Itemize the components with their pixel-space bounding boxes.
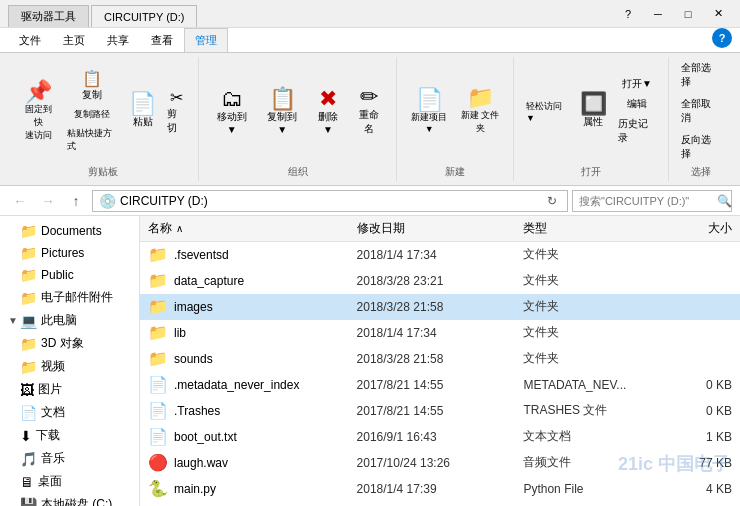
paste-shortcut-button[interactable]: 粘贴快捷方式 [63,125,123,155]
open-label: 打开▼ [622,77,652,91]
search-bar[interactable]: 🔍 [572,190,732,212]
new-item-button[interactable]: 📄 新建项目▼ [405,86,453,137]
ribbon-tab-view[interactable]: 查看 [140,28,184,52]
clipboard-group: 📌 固定到快 速访问 📋 复制 复制路径 粘贴快捷方式 [8,57,199,181]
file-row[interactable]: 📁images 2018/3/28 21:58 文件夹 [140,294,740,320]
sidebar-item-3d[interactable]: 📁 3D 对象 [0,332,139,355]
sidebar-item-email[interactable]: 📁 电子邮件附件 [0,286,139,309]
copy-path-button[interactable]: 复制路径 [63,106,123,123]
title-tabs: 驱动器工具 CIRCUITPY (D:) [8,0,614,27]
sidebar-label: 电子邮件附件 [41,289,113,306]
ribbon-tab-file[interactable]: 文件 [8,28,52,52]
help-button[interactable]: ? [614,4,642,24]
address-text: CIRCUITPY (D:) [120,194,539,208]
sidebar-item-public[interactable]: 📁 Public [0,264,139,286]
delete-icon: ✖ [319,88,337,110]
file-row[interactable]: 📁.fseventsd 2018/1/4 17:34 文件夹 [140,242,740,268]
file-name: 📄boot_out.txt [148,427,357,446]
file-row[interactable]: 🔴laugh.wav 2017/10/24 13:26 音频文件 77 KB [140,450,740,476]
edit-button[interactable]: 编辑 [614,95,661,113]
select-label: 选择 [691,165,711,179]
folder-icon: 🎵 [20,451,37,467]
help-icon[interactable]: ? [712,28,732,48]
ribbon-tab-share[interactable]: 共享 [96,28,140,52]
sidebar-item-downloads[interactable]: ⬇ 下载 [0,424,139,447]
sidebar-item-thispc[interactable]: ▼ 💻 此电脑 [0,309,139,332]
minimize-button[interactable]: ─ [644,4,672,24]
maximize-button[interactable]: □ [674,4,702,24]
select-all-button[interactable]: 全部选择 [677,59,724,91]
file-row[interactable]: 📁data_capture 2018/3/28 23:21 文件夹 [140,268,740,294]
easy-access-button[interactable]: 轻松访问▼ [522,98,573,125]
sidebar-item-music[interactable]: 🎵 音乐 [0,447,139,470]
pin-button[interactable]: 📌 固定到快 速访问 [16,78,61,145]
copyto-icon: 📋 [269,88,296,110]
close-button[interactable]: ✕ [704,4,732,24]
ribbon-tab-manage[interactable]: 管理 [184,28,228,52]
open-button[interactable]: 打开▼ [614,75,661,93]
move-icon: 🗂 [221,88,243,110]
sidebar-item-docs[interactable]: 📄 文档 [0,401,139,424]
col-name-header[interactable]: 名称 ∧ [148,220,357,237]
new-item-label: 新建项目▼ [410,111,448,134]
refresh-button[interactable]: ↻ [543,192,561,210]
invert-selection-button[interactable]: 反向选择 [677,131,724,163]
file-size: 77 KB [649,456,732,470]
sidebar-label: 此电脑 [41,312,77,329]
python-icon: 🐍 [148,479,168,498]
copyto-button[interactable]: 📋 复制到▼ [258,85,307,138]
file-row[interactable]: 📁sounds 2018/3/28 21:58 文件夹 [140,346,740,372]
folder-icon: 📁 [20,223,37,239]
address-bar[interactable]: 💿 CIRCUITPY (D:) ↻ [92,190,568,212]
new-folder-button[interactable]: 📁 新建 文件夹 [455,84,505,138]
properties-button[interactable]: 🔲 属性 [575,90,611,132]
file-row[interactable]: 📄.metadata_never_index 2017/8/21 14:55 M… [140,372,740,398]
col-date-header[interactable]: 修改日期 [357,220,524,237]
sidebar-item-localc[interactable]: 💾 本地磁盘 (C:) [0,493,139,506]
sidebar-item-pictures2[interactable]: 🖼 图片 [0,378,139,401]
file-date: 2018/3/28 21:58 [357,300,524,314]
moveto-button[interactable]: 🗂 移动到▼ [207,85,256,138]
audio-icon: 🔴 [148,453,168,472]
file-row[interactable]: 📄.Trashes 2017/8/21 14:55 TRASHES 文件 0 K… [140,398,740,424]
file-date: 2017/8/21 14:55 [357,404,524,418]
file-rows-container: 📁.fseventsd 2018/1/4 17:34 文件夹 📁data_cap… [140,242,740,506]
tab-driver-tools[interactable]: 驱动器工具 [8,5,89,27]
forward-button[interactable]: → [36,190,60,212]
ribbon: 文件 主页 共享 查看 管理 ? 📌 固定到快 速访问 📋 复制 复 [0,28,740,186]
up-button[interactable]: ↑ [64,190,88,212]
select-none-button[interactable]: 全部取消 [677,95,724,127]
file-row[interactable]: 📁lib 2018/1/4 17:34 文件夹 [140,320,740,346]
file-type: 文件夹 [523,350,648,367]
sidebar-item-documents[interactable]: 📁 Documents [0,220,139,242]
delete-button[interactable]: ✖ 删除▼ [309,85,348,138]
cut-button[interactable]: ✂ 剪切 [163,86,190,137]
file-name: 📄.metadata_never_index [148,375,357,394]
tab-circuitpy[interactable]: CIRCUITPY (D:) [91,5,197,27]
history-button[interactable]: 历史记录 [614,115,661,147]
folder-icon: 📄 [20,405,37,421]
paste-button[interactable]: 📄 粘贴 [124,90,161,132]
copy-icon: 📋 [82,69,102,88]
sidebar-item-pictures[interactable]: 📁 Pictures [0,242,139,264]
sidebar-label: 本地磁盘 (C:) [41,496,112,506]
folder-icon: 📁 [20,359,37,375]
col-type-header[interactable]: 类型 [523,220,648,237]
file-row[interactable]: 📄README.txt 2018/1/4 17:44 文本文档 3 KB [140,502,740,506]
organize-buttons: 🗂 移动到▼ 📋 复制到▼ ✖ 删除▼ ✏ 重命名 [207,59,388,163]
col-size-header[interactable]: 大小 [649,220,732,237]
sidebar-item-desktop[interactable]: 🖥 桌面 [0,470,139,493]
ribbon-tab-home[interactable]: 主页 [52,28,96,52]
sidebar-item-video[interactable]: 📁 视频 [0,355,139,378]
rename-button[interactable]: ✏ 重命名 [350,83,389,139]
file-row[interactable]: 🐍main.py 2018/1/4 17:39 Python File 4 KB [140,476,740,502]
search-input[interactable] [579,195,717,207]
new-item-icon: 📄 [416,89,443,111]
copy-button[interactable]: 📋 复制 [63,67,123,104]
back-button[interactable]: ← [8,190,32,212]
file-row[interactable]: 📄boot_out.txt 2016/9/1 16:43 文本文档 1 KB [140,424,740,450]
clipboard-buttons: 📌 固定到快 速访问 📋 复制 复制路径 粘贴快捷方式 [16,59,190,163]
cut-label: 剪切 [167,107,186,135]
file-date: 2018/3/28 23:21 [357,274,524,288]
new-label: 新建 [445,165,465,179]
